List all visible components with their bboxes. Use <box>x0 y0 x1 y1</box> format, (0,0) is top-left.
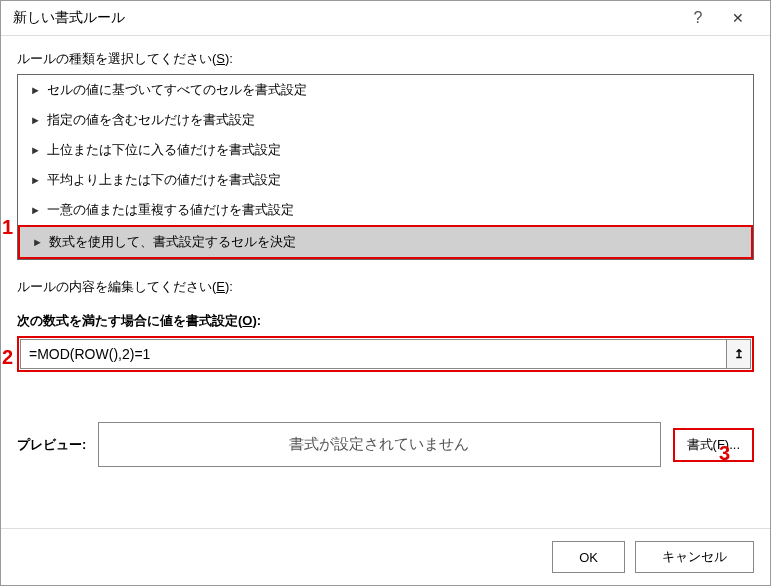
arrow-icon: ► <box>32 236 43 248</box>
ok-button[interactable]: OK <box>552 541 625 573</box>
arrow-icon: ► <box>30 84 41 96</box>
new-format-rule-dialog: 新しい書式ルール ? ✕ ルールの種類を選択してください(S): ► セルの値に… <box>0 0 771 586</box>
edit-section-label: ルールの内容を編集してください(E): <box>17 278 754 296</box>
rule-type-item-0[interactable]: ► セルの値に基づいてすべてのセルを書式設定 <box>18 75 753 105</box>
rule-type-item-4[interactable]: ► 一意の値または重複する値だけを書式設定 <box>18 195 753 225</box>
preview-box: 書式が設定されていません <box>98 422 660 467</box>
rule-type-list: ► セルの値に基づいてすべてのセルを書式設定 ► 指定の値を含むセルだけを書式設… <box>17 74 754 260</box>
cancel-button[interactable]: キャンセル <box>635 541 754 573</box>
formula-input[interactable] <box>20 339 727 369</box>
rule-type-item-3[interactable]: ► 平均より上または下の値だけを書式設定 <box>18 165 753 195</box>
arrow-icon: ► <box>30 144 41 156</box>
preview-row: プレビュー: 書式が設定されていません 書式(F)... <box>17 422 754 467</box>
dialog-footer: OK キャンセル <box>1 528 770 585</box>
arrow-icon: ► <box>30 204 41 216</box>
dialog-title: 新しい書式ルール <box>13 9 678 27</box>
arrow-icon: ► <box>30 114 41 126</box>
help-button[interactable]: ? <box>678 9 718 27</box>
dialog-content: ルールの種類を選択してください(S): ► セルの値に基づいてすべてのセルを書式… <box>1 36 770 528</box>
rule-type-section-label: ルールの種類を選択してください(S): <box>17 50 754 68</box>
formula-input-wrap: ↥ <box>17 336 754 372</box>
formula-label: 次の数式を満たす場合に値を書式設定(O): <box>17 312 754 330</box>
rule-type-item-2[interactable]: ► 上位または下位に入る値だけを書式設定 <box>18 135 753 165</box>
format-button[interactable]: 書式(F)... <box>673 428 754 462</box>
rule-type-item-5[interactable]: ► 数式を使用して、書式設定するセルを決定 <box>18 225 753 259</box>
arrow-icon: ► <box>30 174 41 186</box>
rule-type-item-1[interactable]: ► 指定の値を含むセルだけを書式設定 <box>18 105 753 135</box>
titlebar: 新しい書式ルール ? ✕ <box>1 1 770 36</box>
collapse-icon: ↥ <box>734 347 744 361</box>
close-button[interactable]: ✕ <box>718 10 758 26</box>
preview-label: プレビュー: <box>17 436 86 454</box>
range-selector-button[interactable]: ↥ <box>727 339 751 369</box>
